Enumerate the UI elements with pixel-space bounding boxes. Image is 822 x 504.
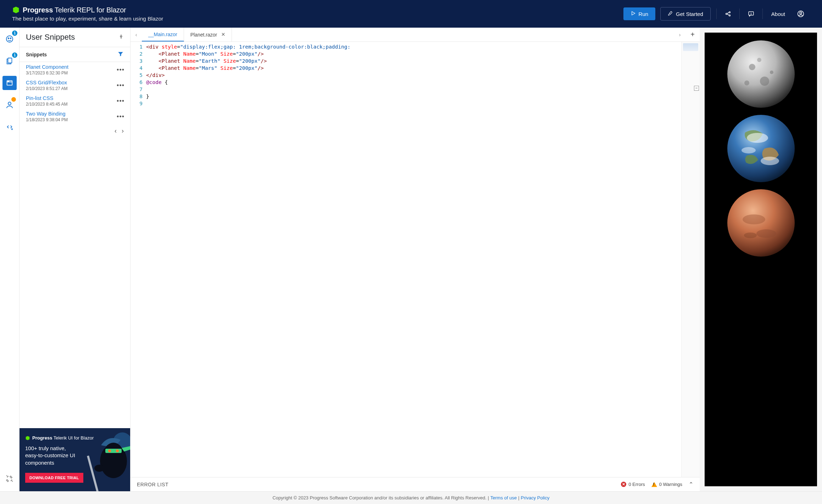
svg-point-34 [757, 58, 761, 62]
header-left: Progress Telerik REPL for Blazor The bes… [12, 6, 163, 22]
ninja-illustration [80, 431, 130, 491]
sidebar-header: User Snippets [20, 28, 130, 47]
footer: Copyright © 2023 Progress Software Corpo… [0, 491, 822, 504]
snippet-item[interactable]: Two Way Binding 1/18/2023 9:38:04 PM ••• [20, 109, 130, 124]
snippets-label: Snippets [26, 52, 47, 57]
svg-rect-25 [105, 449, 122, 453]
error-list-bar[interactable]: ERROR LIST ✕ 0 Errors 0 Warnings ⌃ [130, 477, 700, 491]
tabs-row: ‹ __Main.razor Planet.razor × › + [130, 28, 700, 42]
more-icon[interactable]: ••• [115, 96, 126, 106]
sidebar-panel: User Snippets Snippets Planet Component … [20, 28, 130, 491]
more-icon[interactable]: ••• [115, 112, 126, 122]
svg-point-32 [760, 77, 769, 86]
code-editor[interactable]: 123456789 <div style="display:flex;gap: … [130, 42, 700, 477]
filter-icon[interactable] [117, 51, 124, 58]
svg-point-35 [770, 71, 773, 74]
get-started-button[interactable]: Get Started [660, 7, 711, 21]
rail-nuget-icon[interactable]: 1 [2, 32, 17, 46]
preview-pane [700, 28, 822, 491]
get-started-label: Get Started [676, 11, 703, 17]
tab-scroll-left-icon[interactable]: ‹ [130, 28, 142, 41]
share-icon[interactable] [719, 7, 737, 21]
promo-banner: Progress Telerik UI for Blazor 100+ trul… [20, 428, 130, 491]
editor-area: ‹ __Main.razor Planet.razor × › + 123456… [130, 28, 700, 491]
download-trial-button[interactable]: DOWNLOAD FREE TRIAL [25, 473, 83, 483]
app-header: Progress Telerik REPL for Blazor The bes… [0, 0, 822, 28]
minimap-viewport[interactable] [683, 43, 698, 51]
svg-point-39 [742, 147, 756, 153]
svg-line-4 [727, 12, 729, 13]
warning-icon [651, 482, 657, 487]
sidebar-title: User Snippets [26, 33, 75, 42]
rail-files-icon[interactable]: 1 [2, 54, 17, 68]
tagline: The best place to play, experiment, shar… [12, 16, 163, 22]
pin-icon[interactable] [118, 34, 124, 40]
pager-prev-icon[interactable]: ‹ [115, 127, 117, 135]
svg-point-36 [727, 115, 795, 182]
planet-earth [726, 113, 796, 184]
tab-scroll-right-icon[interactable]: › [674, 28, 685, 41]
close-icon[interactable]: × [221, 31, 225, 38]
code-content[interactable]: <div style="display:flex;gap: 1rem;backg… [146, 42, 681, 477]
minimap[interactable]: − [681, 42, 700, 477]
error-list-title: ERROR LIST [137, 482, 168, 487]
pager-next-icon[interactable]: › [122, 127, 124, 135]
rail-embed-icon[interactable] [2, 120, 17, 134]
badge: 1 [12, 52, 17, 58]
tab-planet[interactable]: Planet.razor × [184, 28, 232, 41]
errors-count[interactable]: ✕ 0 Errors [621, 482, 645, 487]
about-link[interactable]: About [765, 11, 792, 17]
warnings-count[interactable]: 0 Warnings [651, 482, 682, 487]
line-gutter: 123456789 [130, 42, 146, 477]
error-icon: ✕ [621, 482, 626, 487]
logo-text: Progress Telerik REPL for Blazor [23, 6, 126, 14]
snippet-time: 2/10/2023 8:45:45 AM [26, 102, 67, 107]
logo[interactable]: Progress Telerik REPL for Blazor [12, 6, 163, 14]
snippet-item[interactable]: Planet Component 3/17/2023 6:32:30 PM ••… [20, 62, 130, 78]
snippet-item[interactable]: CSS Grid/Flexbox 2/10/2023 8:51:27 AM ••… [20, 78, 130, 93]
svg-point-18 [9, 81, 9, 82]
promo-text: 100+ truly native, easy-to-customize UI … [25, 445, 78, 466]
snippet-time: 1/18/2023 9:38:04 PM [26, 117, 68, 122]
svg-point-29 [94, 465, 104, 472]
svg-point-8 [751, 15, 751, 15]
snippet-time: 2/10/2023 8:51:27 AM [26, 86, 67, 91]
fold-icon[interactable]: − [694, 86, 699, 91]
rail-settings-icon[interactable] [2, 471, 17, 486]
chevron-up-icon[interactable]: ⌃ [689, 481, 693, 488]
add-tab-icon[interactable]: + [685, 28, 700, 41]
more-icon[interactable]: ••• [115, 80, 126, 91]
run-button[interactable]: Run [623, 7, 656, 20]
svg-rect-28 [87, 455, 99, 491]
svg-point-11 [6, 36, 13, 42]
svg-point-13 [10, 38, 11, 39]
separator [739, 9, 740, 19]
planet-mars [726, 187, 796, 258]
tab-main[interactable]: __Main.razor [142, 28, 184, 41]
run-label: Run [639, 11, 649, 17]
preview-canvas [705, 33, 817, 486]
svg-point-43 [744, 233, 757, 238]
terms-link[interactable]: Terms of use [490, 495, 517, 500]
pager: ‹ › [20, 124, 130, 138]
snippet-name: CSS Grid/Flexbox [26, 80, 67, 85]
svg-line-5 [727, 14, 729, 15]
svg-point-26 [108, 449, 111, 452]
snippet-list: Planet Component 3/17/2023 6:32:30 PM ••… [20, 62, 130, 138]
rail-snippets-icon[interactable] [2, 76, 17, 90]
more-icon[interactable]: ••• [115, 65, 126, 75]
svg-point-10 [800, 12, 802, 14]
svg-point-37 [747, 133, 768, 143]
feedback-icon[interactable] [742, 7, 760, 21]
rail-user-icon[interactable] [2, 98, 17, 112]
separator [762, 9, 763, 19]
tab-label: Planet.razor [190, 32, 217, 38]
planet-moon [726, 39, 796, 110]
snippet-name: Pin-list CSS [26, 95, 67, 101]
privacy-link[interactable]: Privacy Policy [521, 495, 550, 500]
snippet-item[interactable]: Pin-list CSS 2/10/2023 8:45:45 AM ••• [20, 93, 130, 109]
svg-point-30 [727, 40, 795, 108]
user-profile-icon[interactable] [792, 7, 810, 21]
snippet-name: Planet Component [26, 64, 68, 70]
snippet-name: Two Way Binding [26, 111, 68, 117]
